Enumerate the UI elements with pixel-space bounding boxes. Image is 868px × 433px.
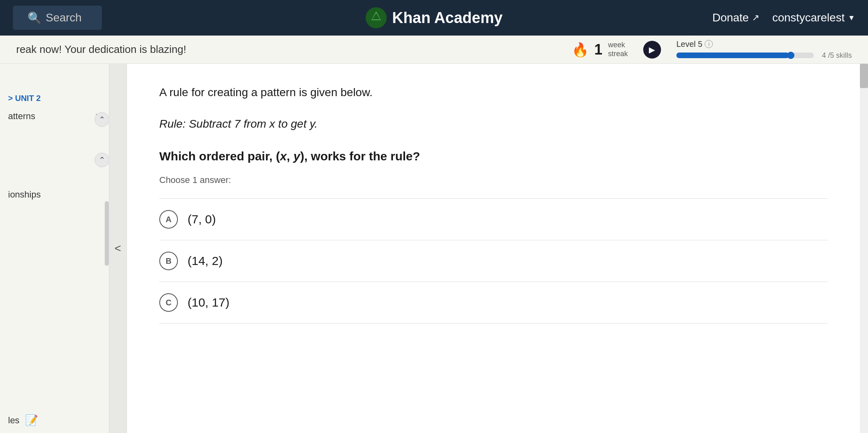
skills-label: 4 /5 skills (822, 51, 852, 60)
option-letter-c: C (166, 298, 171, 307)
option-text-a: (7, 0) (188, 212, 216, 226)
answer-option-b[interactable]: B (14, 2) (159, 240, 828, 282)
level-text: Level 5 (676, 40, 703, 49)
streak-count: 1 (594, 41, 602, 58)
chevron-up-icon: ⌃ (99, 115, 106, 124)
answer-option-c[interactable]: C (10, 17) (159, 282, 828, 324)
sidebar-scrollbar[interactable] (105, 201, 109, 266)
level-section: Level 5 i 4 /5 skills (676, 40, 852, 60)
streak-streak: streak (608, 50, 628, 59)
right-scrollbar[interactable] (860, 64, 868, 433)
option-circle-c: C (159, 293, 178, 312)
donate-label: Donate (712, 11, 749, 24)
notes-icon[interactable]: 📝 (25, 414, 38, 427)
brand-logo-icon (365, 7, 386, 28)
content-area: A rule for creating a pattern is given b… (127, 64, 860, 433)
sidebar-item-relationships[interactable]: ionships (0, 184, 109, 206)
sidebar-item-patterns-label: atterns (8, 111, 35, 122)
play-button[interactable]: ▶ (643, 41, 661, 59)
streak-message: reak now! Your dedication is blazing! (16, 43, 186, 56)
navbar: 🔍 Search Khan Academy Donate ↗ constycar… (0, 0, 868, 36)
fire-icon: 🔥 (572, 42, 589, 58)
search-button[interactable]: 🔍 Search (13, 6, 102, 30)
sidebar-item-relationships-label: ionships (8, 189, 41, 200)
info-icon[interactable]: i (705, 40, 713, 48)
option-text-c: (10, 17) (188, 296, 229, 309)
sidebar-unit-label: > UNIT 2 (0, 88, 109, 105)
option-circle-b: B (159, 252, 178, 270)
sidebar-notes-label: les (8, 415, 19, 426)
option-letter-b: B (166, 256, 171, 266)
chevron-left-icon: < (114, 242, 121, 255)
answer-option-a[interactable]: A (7, 0) (159, 198, 828, 240)
sidebar: ⌃ ⌃ > UNIT 2 atterns > ionships les 📝 (0, 64, 109, 433)
choose-label: Choose 1 answer: (159, 175, 828, 185)
question-main: Which ordered pair, (x, y), works for th… (159, 147, 828, 165)
question-rule: Rule: Subtract 7 from x to get y. (159, 116, 828, 132)
play-icon: ▶ (649, 45, 655, 55)
option-circle-a: A (159, 210, 178, 229)
sidebar-bottom: les 📝 (0, 408, 109, 433)
answer-options-list: A (7, 0) B (14, 2) C (10, 17) (159, 198, 828, 324)
sidebar-collapse-button[interactable]: ⌃ (95, 112, 109, 127)
user-menu-button[interactable]: constycarelest ▼ (772, 11, 855, 24)
level-label: Level 5 i (676, 40, 852, 49)
external-link-icon: ↗ (752, 13, 759, 23)
search-icon: 🔍 (27, 11, 42, 25)
main-layout: ⌃ ⌃ > UNIT 2 atterns > ionships les 📝 < … (0, 64, 868, 433)
search-label: Search (46, 11, 82, 24)
streak-week: week (608, 41, 628, 50)
chevron-down-icon: ▼ (848, 14, 855, 22)
option-letter-a: A (166, 215, 171, 224)
question-intro: A rule for creating a pattern is given b… (159, 84, 828, 101)
right-scrollbar-thumb[interactable] (860, 64, 868, 88)
brand: Khan Academy (365, 7, 503, 28)
option-text-b: (14, 2) (188, 254, 223, 268)
streak-info: 🔥 1 week streak ▶ Level 5 i 4 /5 skills (572, 40, 852, 60)
progress-bar (676, 53, 814, 58)
streak-label: week streak (608, 41, 628, 58)
streak-bar: reak now! Your dedication is blazing! 🔥 … (0, 36, 868, 64)
panel-toggle[interactable]: < (109, 64, 127, 433)
nav-right: Donate ↗ constycarelest ▼ (712, 11, 855, 24)
progress-dot (787, 52, 794, 59)
sidebar-expand-button[interactable]: ⌃ (95, 153, 109, 167)
chevron-up-icon-2: ⌃ (99, 155, 106, 165)
donate-button[interactable]: Donate ↗ (712, 11, 759, 24)
sidebar-item-patterns[interactable]: atterns > (0, 105, 109, 127)
brand-name: Khan Academy (392, 9, 503, 27)
progress-bar-fill (676, 53, 789, 58)
user-label: constycarelest (772, 11, 845, 24)
